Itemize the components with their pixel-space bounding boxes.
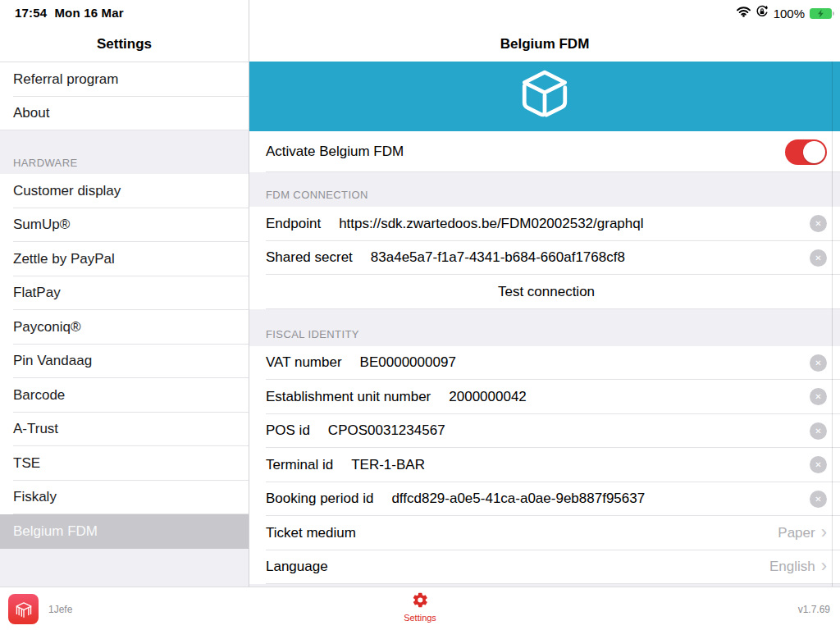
battery-percent: 100% xyxy=(774,7,805,21)
sidebar-item-pin-vandaag[interactable]: Pin Vandaag xyxy=(0,345,249,379)
activate-row: Activate Belgium FDM xyxy=(249,131,840,172)
fdm-banner xyxy=(249,62,840,131)
sidebar-item-label: Referral program xyxy=(13,71,119,88)
sidebar-item-label: Customer display xyxy=(13,183,121,199)
section-header-fdm-connection: FDM CONNECTION xyxy=(249,172,840,207)
sidebar-item-label: Barcode xyxy=(13,387,65,404)
sidebar-item-customer-display[interactable]: Customer display xyxy=(0,174,249,208)
sidebar-item-belgium-fdm[interactable]: Belgium FDM xyxy=(0,514,249,549)
field-label: Establishment unit number xyxy=(266,389,431,405)
field-value[interactable]: 83a4e5a7-f1a7-4341-b684-660af1768cf8 xyxy=(371,249,801,266)
sidebar-item-label: About xyxy=(13,105,49,121)
field-value[interactable]: BE0000000097 xyxy=(360,354,801,371)
status-date: Mon 16 Mar xyxy=(54,6,124,20)
test-connection-button[interactable]: Test connection xyxy=(249,275,840,309)
page-title: Belgium FDM xyxy=(249,36,840,52)
wifi-icon xyxy=(737,6,751,21)
toggle-knob xyxy=(803,141,825,163)
field-row-endpoint[interactable]: Endpoint https://sdk.zwartedoos.be/FDM02… xyxy=(249,207,840,241)
sidebar-list: Referral program About HARDWARE Customer… xyxy=(0,62,249,549)
gear-icon xyxy=(412,591,429,612)
wireframe-box-icon xyxy=(518,68,572,126)
link-label: Ticket medium xyxy=(266,525,356,541)
clear-icon[interactable]: ✕ xyxy=(810,422,827,440)
app-version: v1.7.69 xyxy=(798,604,830,615)
field-label: VAT number xyxy=(266,354,342,371)
test-connection-label: Test connection xyxy=(498,284,595,300)
sidebar-item-zettle[interactable]: Zettle by PayPal xyxy=(0,242,249,276)
sidebar-item-sumup[interactable]: SumUp® xyxy=(0,208,249,243)
sidebar-item-label: Fiskaly xyxy=(13,489,57,505)
field-label: Terminal id xyxy=(266,457,333,473)
sidebar-item-label: TSE xyxy=(13,455,40,472)
status-time: 17:54 xyxy=(15,6,47,20)
sidebar-item-barcode[interactable]: Barcode xyxy=(0,378,249,413)
field-value[interactable]: CPOS0031234567 xyxy=(328,422,801,439)
field-row-shared-secret[interactable]: Shared secret 83a4e5a7-f1a7-4341-b684-66… xyxy=(249,241,840,276)
link-label: Language xyxy=(266,559,328,575)
chevron-right-icon: › xyxy=(821,557,827,575)
sidebar-title: Settings xyxy=(0,36,249,52)
sidebar-item-referral-program[interactable]: Referral program xyxy=(0,62,249,97)
sidebar-item-tse[interactable]: TSE xyxy=(0,446,249,481)
sidebar: Settings Referral program About HARDWARE… xyxy=(0,0,249,587)
field-value[interactable]: TER-1-BAR xyxy=(351,457,801,473)
activate-toggle[interactable] xyxy=(785,139,827,165)
settings-screen: 17:54Mon 16 Mar 100% xyxy=(0,0,840,630)
tab-settings[interactable]: Settings xyxy=(0,591,840,623)
sidebar-item-about[interactable]: About xyxy=(0,97,249,131)
sidebar-item-a-trust[interactable]: A-Trust xyxy=(0,413,249,447)
status-time-date: 17:54Mon 16 Mar xyxy=(15,6,124,20)
bottom-tab-bar: 1Jefe Settings v1.7.69 xyxy=(0,587,840,630)
tab-settings-label: Settings xyxy=(404,613,436,623)
clear-icon[interactable]: ✕ xyxy=(810,456,827,473)
clear-icon[interactable]: ✕ xyxy=(810,215,827,232)
link-row-ticket-medium[interactable]: Ticket medium Paper › xyxy=(249,516,840,550)
sidebar-item-label: A-Trust xyxy=(13,421,58,437)
link-value: English xyxy=(769,559,815,575)
clear-icon[interactable]: ✕ xyxy=(810,388,827,405)
sidebar-item-label: FlatPay xyxy=(13,285,61,301)
orientation-lock-icon xyxy=(756,5,769,21)
detail-panel: Belgium FDM Activate Belgium FDM xyxy=(249,0,840,587)
field-label: Endpoint xyxy=(266,216,321,232)
field-label: Booking period id xyxy=(266,491,373,507)
battery-charging-icon xyxy=(810,8,832,19)
section-header-fiscal-identity: FISCAL IDENTITY xyxy=(249,309,840,346)
field-row-vat-number[interactable]: VAT number BE0000000097 ✕ xyxy=(249,346,840,381)
clear-icon[interactable]: ✕ xyxy=(810,491,827,508)
link-value: Paper xyxy=(778,525,815,541)
activate-label: Activate Belgium FDM xyxy=(266,144,404,160)
field-row-pos-id[interactable]: POS id CPOS0031234567 ✕ xyxy=(249,414,840,449)
field-label: POS id xyxy=(266,422,310,439)
chevron-right-icon: › xyxy=(821,523,827,541)
sidebar-item-label: Belgium FDM xyxy=(13,523,98,540)
sidebar-item-label: Zettle by PayPal xyxy=(13,251,115,267)
sidebar-item-label: Payconiq® xyxy=(13,319,80,336)
sidebar-item-payconiq[interactable]: Payconiq® xyxy=(0,310,249,345)
sidebar-item-flatpay[interactable]: FlatPay xyxy=(0,276,249,311)
field-value[interactable]: dffcd829-a0e5-41ca-a0ae-9eb887f95637 xyxy=(391,491,801,507)
sidebar-section-hardware: HARDWARE xyxy=(0,130,249,174)
field-row-terminal-id[interactable]: Terminal id TER-1-BAR ✕ xyxy=(249,448,840,482)
clear-icon[interactable]: ✕ xyxy=(810,354,827,372)
link-row-language[interactable]: Language English › xyxy=(249,550,840,585)
field-value[interactable]: https://sdk.zwartedoos.be/FDM02002532/gr… xyxy=(339,216,801,232)
field-label: Shared secret xyxy=(266,249,353,266)
sidebar-item-fiskaly[interactable]: Fiskaly xyxy=(0,481,249,515)
clear-icon[interactable]: ✕ xyxy=(810,249,827,267)
sidebar-item-label: SumUp® xyxy=(13,217,70,233)
field-row-establishment-unit[interactable]: Establishment unit number 2000000042 ✕ xyxy=(249,380,840,414)
field-row-booking-period-id[interactable]: Booking period id dffcd829-a0e5-41ca-a0a… xyxy=(249,482,840,517)
field-value[interactable]: 2000000042 xyxy=(449,389,801,405)
status-bar: 17:54Mon 16 Mar 100% xyxy=(0,0,840,25)
sidebar-item-label: Pin Vandaag xyxy=(13,353,92,369)
